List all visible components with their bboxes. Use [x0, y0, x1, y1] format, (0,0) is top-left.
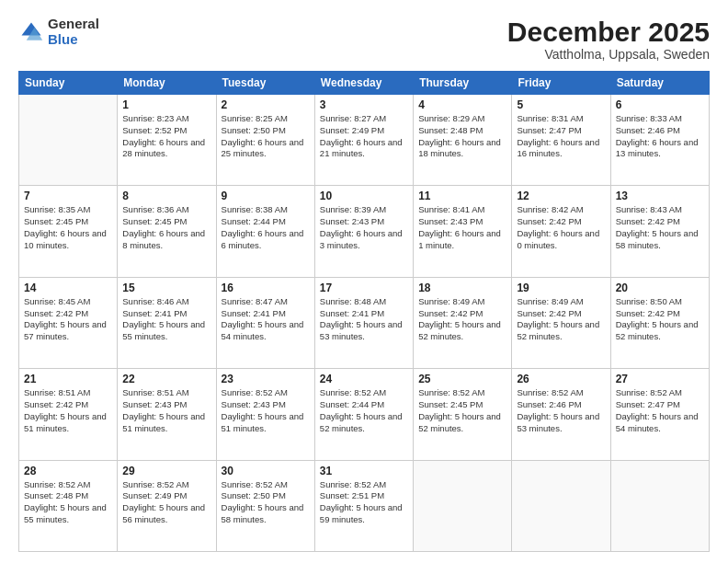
day-number: 18	[418, 282, 506, 294]
day-number: 12	[517, 190, 605, 202]
table-row: 23 Sunrise: 8:52 AM Sunset: 2:43 PM Dayl…	[216, 369, 314, 460]
table-row: 25 Sunrise: 8:52 AM Sunset: 2:45 PM Dayl…	[414, 369, 512, 460]
table-row: 20 Sunrise: 8:50 AM Sunset: 2:42 PM Dayl…	[610, 277, 709, 368]
day-number: 25	[418, 373, 506, 385]
table-row: 21 Sunrise: 8:51 AM Sunset: 2:42 PM Dayl…	[19, 369, 118, 460]
day-number: 29	[122, 465, 210, 477]
cell-info: Sunrise: 8:48 AM Sunset: 2:41 PM Dayligh…	[320, 296, 408, 343]
day-number: 26	[517, 373, 605, 385]
cell-info: Sunrise: 8:27 AM Sunset: 2:49 PM Dayligh…	[320, 113, 408, 160]
cell-info: Sunrise: 8:25 AM Sunset: 2:50 PM Dayligh…	[222, 113, 310, 160]
cell-info: Sunrise: 8:39 AM Sunset: 2:43 PM Dayligh…	[320, 204, 408, 251]
calendar-week-row: 28 Sunrise: 8:52 AM Sunset: 2:48 PM Dayl…	[19, 460, 710, 551]
col-tuesday: Tuesday	[216, 72, 314, 95]
table-row: 5 Sunrise: 8:31 AM Sunset: 2:47 PM Dayli…	[512, 95, 610, 186]
table-row: 9 Sunrise: 8:38 AM Sunset: 2:44 PM Dayli…	[216, 186, 314, 277]
day-number: 5	[517, 98, 605, 111]
cell-info: Sunrise: 8:52 AM Sunset: 2:51 PM Dayligh…	[320, 479, 408, 526]
logo-icon	[18, 19, 44, 45]
day-number: 28	[24, 465, 112, 477]
cell-info: Sunrise: 8:52 AM Sunset: 2:46 PM Dayligh…	[517, 387, 605, 434]
day-number: 8	[122, 190, 210, 202]
cell-info: Sunrise: 8:52 AM Sunset: 2:48 PM Dayligh…	[24, 479, 112, 526]
table-row: 15 Sunrise: 8:46 AM Sunset: 2:41 PM Dayl…	[118, 277, 216, 368]
table-row: 18 Sunrise: 8:49 AM Sunset: 2:42 PM Dayl…	[414, 277, 512, 368]
table-row: 13 Sunrise: 8:43 AM Sunset: 2:42 PM Dayl…	[610, 186, 709, 277]
cell-info: Sunrise: 8:29 AM Sunset: 2:48 PM Dayligh…	[418, 113, 506, 160]
month-title: December 2025	[507, 17, 710, 47]
day-number: 7	[24, 190, 112, 202]
table-row	[512, 460, 610, 551]
day-number: 3	[320, 98, 408, 111]
header: General Blue December 2025 Vattholma, Up…	[18, 17, 710, 62]
cell-info: Sunrise: 8:50 AM Sunset: 2:42 PM Dayligh…	[616, 296, 704, 343]
cell-info: Sunrise: 8:46 AM Sunset: 2:41 PM Dayligh…	[122, 296, 210, 343]
day-number: 4	[418, 98, 506, 111]
table-row	[19, 95, 118, 186]
calendar-week-row: 14 Sunrise: 8:45 AM Sunset: 2:42 PM Dayl…	[19, 277, 710, 368]
cell-info: Sunrise: 8:49 AM Sunset: 2:42 PM Dayligh…	[517, 296, 605, 343]
col-thursday: Thursday	[414, 72, 512, 95]
table-row: 22 Sunrise: 8:51 AM Sunset: 2:43 PM Dayl…	[118, 369, 216, 460]
table-row: 30 Sunrise: 8:52 AM Sunset: 2:50 PM Dayl…	[216, 460, 314, 551]
day-number: 24	[320, 373, 408, 385]
table-row: 19 Sunrise: 8:49 AM Sunset: 2:42 PM Dayl…	[512, 277, 610, 368]
calendar-header-row: Sunday Monday Tuesday Wednesday Thursday…	[19, 72, 710, 95]
table-row: 12 Sunrise: 8:42 AM Sunset: 2:42 PM Dayl…	[512, 186, 610, 277]
table-row: 17 Sunrise: 8:48 AM Sunset: 2:41 PM Dayl…	[314, 277, 413, 368]
table-row: 31 Sunrise: 8:52 AM Sunset: 2:51 PM Dayl…	[314, 460, 413, 551]
table-row: 8 Sunrise: 8:36 AM Sunset: 2:45 PM Dayli…	[118, 186, 216, 277]
table-row: 28 Sunrise: 8:52 AM Sunset: 2:48 PM Dayl…	[19, 460, 118, 551]
title-block: December 2025 Vattholma, Uppsala, Sweden	[507, 17, 710, 62]
day-number: 31	[320, 465, 408, 477]
table-row	[414, 460, 512, 551]
day-number: 19	[517, 282, 605, 294]
cell-info: Sunrise: 8:38 AM Sunset: 2:44 PM Dayligh…	[222, 204, 310, 251]
cell-info: Sunrise: 8:52 AM Sunset: 2:50 PM Dayligh…	[222, 479, 310, 526]
table-row: 2 Sunrise: 8:25 AM Sunset: 2:50 PM Dayli…	[216, 95, 314, 186]
table-row: 6 Sunrise: 8:33 AM Sunset: 2:46 PM Dayli…	[610, 95, 709, 186]
day-number: 13	[616, 190, 704, 202]
cell-info: Sunrise: 8:31 AM Sunset: 2:47 PM Dayligh…	[517, 113, 605, 160]
calendar-week-row: 21 Sunrise: 8:51 AM Sunset: 2:42 PM Dayl…	[19, 369, 710, 460]
cell-info: Sunrise: 8:42 AM Sunset: 2:42 PM Dayligh…	[517, 204, 605, 251]
cell-info: Sunrise: 8:52 AM Sunset: 2:43 PM Dayligh…	[222, 387, 310, 434]
table-row: 3 Sunrise: 8:27 AM Sunset: 2:49 PM Dayli…	[314, 95, 413, 186]
cell-info: Sunrise: 8:35 AM Sunset: 2:45 PM Dayligh…	[24, 204, 112, 251]
table-row	[610, 460, 709, 551]
cell-info: Sunrise: 8:47 AM Sunset: 2:41 PM Dayligh…	[222, 296, 310, 343]
day-number: 2	[222, 98, 310, 111]
table-row: 14 Sunrise: 8:45 AM Sunset: 2:42 PM Dayl…	[19, 277, 118, 368]
logo-text: General Blue	[48, 17, 99, 47]
table-row: 4 Sunrise: 8:29 AM Sunset: 2:48 PM Dayli…	[414, 95, 512, 186]
day-number: 23	[222, 373, 310, 385]
cell-info: Sunrise: 8:41 AM Sunset: 2:43 PM Dayligh…	[418, 204, 506, 251]
calendar-table: Sunday Monday Tuesday Wednesday Thursday…	[18, 71, 710, 552]
table-row: 26 Sunrise: 8:52 AM Sunset: 2:46 PM Dayl…	[512, 369, 610, 460]
day-number: 10	[320, 190, 408, 202]
cell-info: Sunrise: 8:52 AM Sunset: 2:47 PM Dayligh…	[616, 387, 704, 434]
cell-info: Sunrise: 8:52 AM Sunset: 2:44 PM Dayligh…	[320, 387, 408, 434]
cell-info: Sunrise: 8:33 AM Sunset: 2:46 PM Dayligh…	[616, 113, 704, 160]
cell-info: Sunrise: 8:51 AM Sunset: 2:42 PM Dayligh…	[24, 387, 112, 434]
logo-blue: Blue	[48, 32, 99, 48]
cell-info: Sunrise: 8:23 AM Sunset: 2:52 PM Dayligh…	[122, 113, 210, 160]
page: General Blue December 2025 Vattholma, Up…	[0, 0, 728, 563]
table-row: 11 Sunrise: 8:41 AM Sunset: 2:43 PM Dayl…	[414, 186, 512, 277]
day-number: 30	[222, 465, 310, 477]
cell-info: Sunrise: 8:49 AM Sunset: 2:42 PM Dayligh…	[418, 296, 506, 343]
cell-info: Sunrise: 8:52 AM Sunset: 2:49 PM Dayligh…	[122, 479, 210, 526]
col-sunday: Sunday	[19, 72, 118, 95]
logo: General Blue	[18, 17, 99, 47]
day-number: 15	[122, 282, 210, 294]
day-number: 17	[320, 282, 408, 294]
cell-info: Sunrise: 8:51 AM Sunset: 2:43 PM Dayligh…	[122, 387, 210, 434]
subtitle: Vattholma, Uppsala, Sweden	[507, 47, 710, 62]
day-number: 22	[122, 373, 210, 385]
day-number: 14	[24, 282, 112, 294]
table-row: 7 Sunrise: 8:35 AM Sunset: 2:45 PM Dayli…	[19, 186, 118, 277]
cell-info: Sunrise: 8:45 AM Sunset: 2:42 PM Dayligh…	[24, 296, 112, 343]
day-number: 6	[616, 98, 704, 111]
day-number: 16	[222, 282, 310, 294]
calendar-week-row: 7 Sunrise: 8:35 AM Sunset: 2:45 PM Dayli…	[19, 186, 710, 277]
